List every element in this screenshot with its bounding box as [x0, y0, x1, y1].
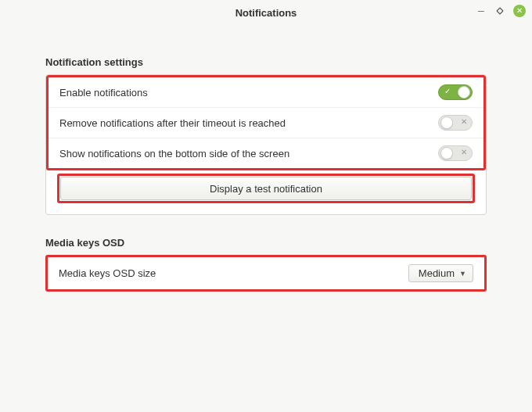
osd-size-dropdown[interactable]: Medium ▼: [408, 264, 473, 282]
row-bottom-screen: Show notifications on the bottom side of…: [49, 138, 483, 168]
x-icon: ✕: [461, 148, 467, 156]
window-title: Notifications: [235, 7, 297, 19]
label-enable-notifications: Enable notifications: [59, 87, 148, 99]
toggle-knob: [440, 116, 453, 129]
row-enable-notifications: Enable notifications ✓: [49, 77, 483, 108]
content-area: Notification settings Enable notificatio…: [0, 25, 532, 412]
titlebar: Notifications ─ ✕: [0, 0, 532, 25]
osd-panel: Media keys OSD size Medium ▼: [48, 257, 484, 289]
toggle-remove-timeout[interactable]: ✕: [438, 115, 473, 131]
minimize-icon[interactable]: ─: [476, 5, 487, 16]
window-controls: ─ ✕: [476, 5, 526, 17]
label-osd-size: Media keys OSD size: [59, 267, 156, 279]
check-icon: ✓: [444, 87, 451, 95]
toggle-bottom-screen[interactable]: ✕: [438, 145, 473, 161]
x-icon: ✕: [461, 117, 467, 126]
section-title-osd: Media keys OSD: [45, 237, 487, 249]
settings-window: Notifications ─ ✕ Notification settings …: [0, 0, 532, 412]
highlighted-osd-group: Media keys OSD size Medium ▼: [45, 255, 487, 292]
notification-settings-panel: Enable notifications ✓ Remove notificati…: [45, 74, 487, 215]
maximize-icon[interactable]: [494, 5, 505, 16]
row-osd-size: Media keys OSD size Medium ▼: [48, 257, 484, 289]
toggle-knob: [458, 86, 470, 99]
toggle-enable-notifications[interactable]: ✓: [438, 84, 473, 100]
chevron-down-icon: ▼: [459, 270, 466, 278]
highlighted-test-button-box: Display a test notification: [57, 174, 475, 203]
osd-size-value: Medium: [419, 267, 455, 279]
display-test-notification-button[interactable]: Display a test notification: [60, 177, 472, 200]
toggle-knob: [440, 147, 453, 159]
label-remove-timeout: Remove notifications after their timeout…: [59, 117, 286, 129]
label-bottom-screen: Show notifications on the bottom side of…: [59, 148, 289, 159]
highlighted-toggles-group: Enable notifications ✓ Remove notificati…: [46, 75, 486, 170]
row-remove-timeout: Remove notifications after their timeout…: [49, 108, 483, 138]
close-icon[interactable]: ✕: [513, 5, 526, 17]
section-title-notifications: Notification settings: [45, 56, 487, 68]
